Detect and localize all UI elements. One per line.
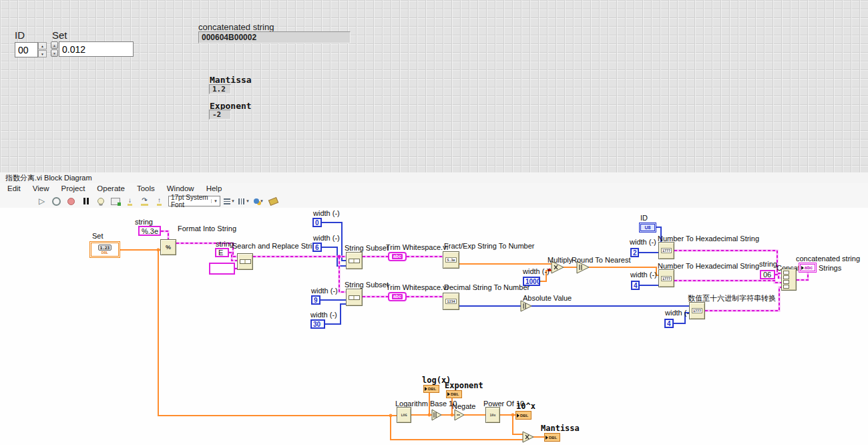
power-of-10-node[interactable]: 10x [485, 407, 500, 423]
menu-view[interactable]: View [27, 183, 55, 194]
dbl-type-icon: DBL [549, 436, 557, 440]
align-objects-icon [224, 198, 230, 204]
mantissa-indicator[interactable]: 1.2 [209, 84, 231, 94]
concatenated-terminal-label: concatenated string [796, 255, 860, 263]
menu-tools[interactable]: Tools [131, 183, 161, 194]
number-to-hex-node-1[interactable]: 1777 [658, 242, 674, 259]
menu-window[interactable]: Window [161, 183, 200, 194]
abort-button[interactable] [65, 196, 77, 206]
id-spinner[interactable]: ▲ ▼ [38, 42, 47, 57]
logx-indicator-terminal[interactable]: DBL [423, 385, 439, 393]
width-label-9: width (-) [311, 287, 338, 295]
trim-whitespace-node-2[interactable]: abc [388, 292, 407, 301]
highlight-execution-button[interactable] [95, 196, 106, 206]
string-06-constant[interactable]: 06 [760, 270, 775, 279]
step-into-button[interactable]: ↓ [124, 196, 136, 206]
string-subset-icon [349, 259, 360, 263]
terminal-arrow-icon [546, 436, 548, 440]
exponent-indicator-terminal[interactable]: DBL [446, 390, 462, 398]
id-control-field[interactable]: 00 [15, 42, 38, 57]
width-2-constant[interactable]: 2 [630, 248, 639, 257]
format-string-constant[interactable]: %.3e [138, 226, 161, 236]
string-subset-node-1[interactable] [346, 252, 363, 269]
width-label-1000: width (-) [523, 267, 550, 275]
exponent-terminal-label: Exponent [445, 381, 483, 390]
negate-label: Negate [452, 402, 475, 410]
decimal-string-to-number-node[interactable]: 1234 [443, 293, 459, 310]
concatenated-string-terminal[interactable]: abc [799, 263, 817, 273]
set-decrement-icon[interactable]: ▼ [51, 49, 58, 57]
mantissa-indicator-terminal[interactable]: DBL [544, 433, 560, 442]
resize-objects-button[interactable]: ▼ [253, 196, 264, 206]
replace-string-constant[interactable] [209, 263, 235, 275]
fract-digits-icon: 5.3e [445, 257, 456, 263]
run-button[interactable]: ▷ [36, 196, 47, 206]
run-continuously-button[interactable] [51, 196, 62, 206]
menu-help[interactable]: Help [200, 183, 228, 194]
width-label-30: width (-) [310, 311, 337, 319]
number-to-hex-node-2[interactable]: 1777 [658, 269, 674, 287]
number-to-hex-node-3[interactable]: 1777 [689, 302, 705, 319]
id-increment-icon[interactable]: ▲ [38, 42, 47, 49]
lightbulb-icon [97, 198, 104, 204]
string-subset-node-2[interactable] [346, 289, 363, 306]
exponent-indicator[interactable]: -2 [209, 110, 231, 120]
mantissa-terminal-label: Mantissa [541, 424, 580, 433]
step-out-icon: ↑ [157, 197, 162, 206]
width-0-constant[interactable]: 0 [312, 218, 322, 227]
concatenate-strings-node[interactable] [781, 269, 797, 291]
set-control-field[interactable]: 0.012 [59, 41, 134, 57]
abort-icon [67, 198, 75, 205]
search-string-constant[interactable]: E [215, 248, 229, 257]
id-control-label: ID [15, 29, 25, 41]
width-6-constant[interactable]: 6 [312, 243, 322, 252]
concat-input-icon [783, 275, 789, 279]
step-over-button[interactable]: ↷ [139, 196, 150, 206]
width-label-0: width (-) [313, 209, 340, 217]
decimal-digits-icon: 1234 [445, 299, 456, 304]
distribute-objects-button[interactable]: ▼ [238, 196, 250, 206]
id-decrement-icon[interactable]: ▼ [38, 50, 47, 57]
trim-whitespace-node-1[interactable]: abc [388, 252, 407, 261]
concatenated-string-indicator[interactable]: 000604B00002 [198, 31, 351, 43]
fract-exp-string-to-number-node[interactable]: 5.3e [443, 251, 459, 269]
align-objects-button[interactable]: ▼ [224, 196, 235, 206]
menu-edit[interactable]: Edit [1, 183, 27, 194]
concat-label-right: Strings [819, 264, 841, 272]
step-out-button[interactable]: ↑ [154, 196, 165, 206]
retain-wire-values-button[interactable] [110, 196, 121, 206]
string-subset-label-2: String Subset [345, 281, 389, 289]
id-terminal-label: ID [640, 214, 648, 222]
hex-digits-icon: 1777 [661, 276, 672, 281]
pause-icon [83, 198, 89, 204]
string-const-label-3: string [759, 260, 777, 268]
pause-button[interactable] [80, 196, 91, 206]
clean-up-diagram-button[interactable] [268, 196, 279, 206]
width-9-constant[interactable]: 9 [311, 295, 320, 305]
numeric-knob-icon: 1.23 [98, 245, 112, 251]
menu-operate[interactable]: Operate [91, 183, 131, 194]
font-selector[interactable]: 17pt System Font ▼ [168, 196, 220, 206]
id-control-terminal[interactable]: U8 [639, 222, 656, 233]
search-replace-string-node[interactable] [237, 253, 253, 270]
concat-input-icon [783, 271, 789, 275]
hex-digits-icon: 1777 [692, 308, 702, 313]
menu-project[interactable]: Project [55, 183, 91, 194]
font-selector-value: 17pt System Font [171, 194, 211, 208]
step-over-icon: ↷ [141, 197, 148, 206]
format-into-string-node[interactable]: % [160, 239, 176, 255]
dbl-type-icon: DBL [101, 251, 108, 255]
set-spinner[interactable]: ▲ ▼ [51, 41, 58, 57]
width-30-constant[interactable]: 30 [310, 319, 325, 329]
logarithm-base-10-node[interactable]: LOG [397, 407, 411, 423]
width-1000-constant[interactable]: 1000 [523, 277, 540, 286]
width-4b-constant[interactable]: 4 [664, 319, 674, 328]
abc-icon: abc [392, 254, 403, 259]
tenx-indicator-terminal[interactable]: DBL [515, 411, 531, 420]
run-icon: ▷ [39, 197, 45, 205]
string-subset-label-1: String Subset [345, 244, 389, 252]
set-control-terminal[interactable]: 1.23 DBL [89, 241, 120, 258]
trim-whitespace-label-1: Trim Whitespace.vi [386, 243, 448, 251]
width-4a-constant[interactable]: 4 [631, 281, 640, 290]
set-increment-icon[interactable]: ▲ [51, 41, 58, 49]
